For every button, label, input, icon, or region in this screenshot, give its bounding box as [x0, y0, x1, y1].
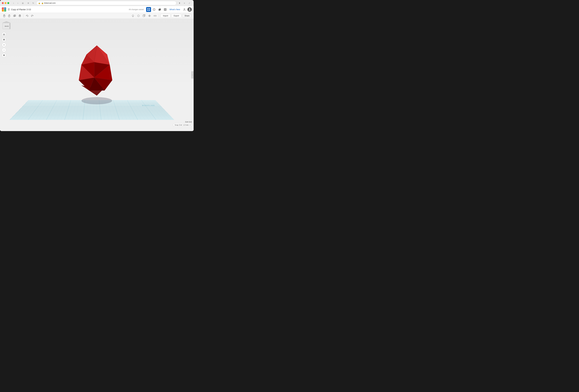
shape-mode-btn[interactable]	[136, 13, 141, 18]
hamburger-menu[interactable]: ☰	[8, 8, 10, 11]
snap-dropdown-arrow[interactable]: ▾	[190, 124, 190, 126]
back-button[interactable]: ‹	[12, 1, 15, 5]
window-controls[interactable]: ⤢	[187, 1, 191, 5]
viewport-3d: WORKPLANE BACK	[0, 19, 194, 131]
svg-marker-65	[9, 23, 10, 29]
svg-rect-16	[8, 15, 10, 17]
zoom-in-btn[interactable]: +	[2, 43, 6, 47]
export-btn[interactable]: Export	[171, 14, 181, 18]
svg-rect-1	[149, 8, 150, 9]
minimize-button[interactable]	[5, 2, 6, 4]
save-status: All changes saved	[129, 8, 144, 11]
orbit-view-btn[interactable]	[2, 37, 6, 42]
user-avatar[interactable]	[187, 7, 192, 12]
bottom-right: Edit Grid Snap Grid 1.0 mm ▾	[173, 121, 192, 126]
svg-point-25	[138, 15, 139, 17]
copy-btn[interactable]	[2, 13, 6, 18]
url-text: 🔒 tinkercad.com	[41, 2, 56, 4]
lock-icon: 🔒	[38, 2, 40, 4]
3d-shape	[58, 39, 136, 101]
svg-point-69	[4, 55, 4, 56]
add-tab-btn[interactable]: +	[183, 1, 186, 5]
tab-view-button[interactable]: ▤	[21, 1, 25, 5]
import-btn[interactable]: Import	[161, 14, 170, 18]
right-toolbar-icons: Import Export Share	[131, 13, 192, 18]
tinkercad-logo[interactable]: TIN KER CAD	[2, 7, 6, 12]
delete-btn[interactable]	[17, 13, 22, 18]
app-header: TIN KER CAD ☰ Copy of Planter 3 V3 All c…	[0, 6, 194, 13]
fit-view-btn[interactable]	[2, 53, 6, 57]
svg-point-14	[189, 8, 190, 10]
edit-grid-btn[interactable]: Edit Grid	[185, 121, 192, 123]
zoom-out-btn[interactable]: −	[2, 48, 6, 52]
whats-new-button[interactable]: What's New	[168, 8, 181, 11]
svg-marker-42	[94, 46, 110, 65]
svg-rect-0	[147, 8, 148, 9]
grid-view-btn[interactable]	[146, 7, 151, 12]
edit-toolbar: Import Export Share	[0, 13, 194, 19]
address-bar-row: ⊕ ↻ 🔒 🔒 tinkercad.com ⬆ + ⤢	[26, 1, 192, 5]
mirror-btn[interactable]	[153, 13, 157, 18]
header-tools: What's New	[146, 7, 192, 12]
viewport-watermark: WORKPLANE	[142, 105, 155, 106]
maximize-button[interactable]	[7, 2, 9, 4]
svg-rect-20	[19, 15, 21, 17]
logo-cell-tin: TIN	[2, 7, 4, 9]
snap-grid-value[interactable]: 1.0 mm	[183, 124, 189, 126]
shapes-btn[interactable]	[157, 7, 162, 12]
svg-rect-8	[164, 8, 166, 11]
app-wrapper: TIN KER CAD ☰ Copy of Planter 3 V3 All c…	[0, 6, 194, 131]
snap-grid-label: Snap Grid	[175, 124, 182, 126]
svg-rect-26	[143, 15, 145, 17]
forward-button[interactable]: ›	[16, 1, 20, 5]
svg-marker-64	[2, 21, 10, 23]
undo-btn[interactable]	[25, 13, 29, 18]
logo-cell-ker: KER	[4, 7, 6, 9]
extensions-btn[interactable]: ⊕	[26, 1, 30, 5]
home-view-btn[interactable]	[2, 32, 6, 37]
redo-btn[interactable]	[30, 13, 35, 18]
user-menu-btn[interactable]	[182, 7, 187, 12]
svg-rect-3	[149, 10, 150, 11]
lights-btn[interactable]	[131, 13, 135, 18]
share-browser-btn[interactable]: ⬆	[178, 1, 181, 5]
traffic-lights	[2, 2, 9, 4]
wireframe-btn[interactable]	[142, 13, 146, 18]
transform-btn[interactable]	[163, 7, 168, 12]
svg-rect-2	[147, 10, 148, 11]
logo-cell-cad: CAD	[4, 9, 6, 11]
align-btn[interactable]	[147, 13, 152, 18]
collapse-panel-btn[interactable]: ‹	[191, 71, 194, 79]
camera-cube[interactable]: BACK	[2, 21, 11, 30]
svg-text:BACK: BACK	[5, 25, 9, 27]
left-sidebar: BACK	[2, 21, 11, 57]
svg-rect-17	[9, 15, 10, 15]
view-controls: + −	[2, 32, 11, 57]
close-button[interactable]	[2, 2, 4, 4]
svg-point-67	[3, 39, 5, 40]
viewport-container[interactable]: WORKPLANE BACK	[0, 19, 194, 131]
compass-btn[interactable]	[152, 7, 156, 12]
share-btn[interactable]: Share	[182, 14, 192, 18]
duplicate-btn[interactable]	[12, 13, 17, 18]
snap-grid-row: Snap Grid 1.0 mm ▾	[173, 123, 192, 126]
paste-btn[interactable]	[7, 13, 12, 18]
svg-marker-33	[154, 15, 155, 16]
reload-btn[interactable]: ↻	[31, 1, 35, 5]
project-title[interactable]: Copy of Planter 3 V3	[11, 8, 128, 11]
svg-marker-34	[155, 15, 156, 16]
browser-titlebar: ‹ › ▤ ⊕ ↻ 🔒 🔒 tinkercad.com ⬆ + ⤢	[0, 0, 194, 6]
browser-chrome: ‹ › ▤ ⊕ ↻ 🔒 🔒 tinkercad.com ⬆ + ⤢	[0, 0, 194, 6]
svg-marker-28	[145, 15, 145, 17]
svg-point-13	[184, 9, 185, 9]
logo-cell-empty	[2, 9, 4, 11]
svg-rect-5	[159, 9, 160, 11]
address-bar[interactable]: 🔒 🔒 tinkercad.com	[36, 1, 176, 5]
svg-rect-15	[3, 15, 5, 17]
browser-nav: ‹ ›	[12, 1, 20, 5]
